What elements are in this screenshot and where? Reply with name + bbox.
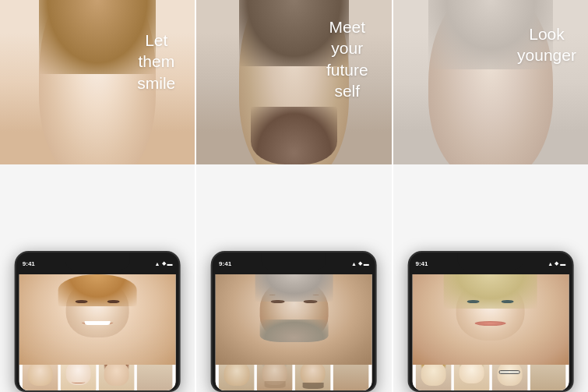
thumb-item-haircolor[interactable]: Hair color	[99, 365, 135, 390]
thumb-item-beards[interactable]: Beards	[295, 365, 331, 390]
panel-1-time: 9:41	[23, 260, 35, 267]
thumb-item-glasses-3[interactable]: Glasses	[491, 365, 527, 390]
panel-2-background: Meet your future self	[196, 0, 391, 164]
panel-3-top-face: Look younger	[393, 0, 588, 164]
panel-1-phone-mockup: 9:41 ▲ ◆ ▬	[15, 251, 181, 392]
thumb-face-age3	[453, 365, 489, 390]
thumb-face-glasses3	[491, 365, 527, 390]
panel-3-background: Look younger	[393, 0, 588, 164]
panel-3-screen-face	[412, 274, 569, 365]
separator-1	[195, 0, 196, 392]
panel-3-status-bar: 9:41 ▲ ◆ ▬	[415, 257, 565, 270]
battery-icon-3: ▬	[560, 261, 565, 267]
thumb-face-beards	[295, 365, 331, 390]
panel-2-thumb-strip: Impression Age	[216, 365, 372, 390]
panel-3-phone: 9:41 ▲ ◆ ▬	[407, 251, 573, 392]
panel-2-top-face: Meet your future self	[196, 0, 391, 164]
thumb-item-hair-colors[interactable]: Hair colors	[415, 365, 451, 390]
thumb-item-impr[interactable]: Impr...	[530, 365, 565, 390]
wifi-icon-3: ◆	[555, 260, 558, 267]
panel-2-phone-section: 9:41 ▲ ◆ ▬	[196, 164, 391, 392]
panel-3-phone-section: 9:41 ▲ ◆ ▬	[393, 164, 588, 392]
panel-1-status-bar: 9:41 ▲ ◆ ▬	[23, 257, 173, 270]
panel-1-top-face: Let them smile	[0, 0, 195, 164]
thumb-face-hc	[415, 365, 451, 390]
panel-3-tagline: Look younger	[517, 23, 576, 66]
panel-1-tagline: Let them smile	[137, 30, 175, 94]
thumb-item-gla[interactable]: Gla...	[333, 365, 369, 390]
panel-3-thumb-strip: Hair colors Age	[412, 365, 569, 390]
panel-1-phone: 9:41 ▲ ◆ ▬	[15, 251, 181, 392]
thumb-face-4	[137, 365, 173, 390]
battery-icon-2: ▬	[364, 261, 369, 267]
separator-2	[392, 0, 393, 392]
battery-icon: ▬	[167, 261, 173, 267]
panel-3-time: 9:41	[415, 260, 428, 267]
panel-2-screen-face	[216, 274, 372, 365]
thumb-face-gla	[333, 365, 369, 390]
thumb-item-smiles[interactable]: Smiles	[61, 365, 97, 390]
thumb-item-impression[interactable]: Impression	[219, 365, 255, 390]
signal-icon: ▲	[155, 261, 160, 267]
thumb-item-glasses[interactable]: Glasses	[23, 365, 58, 390]
app-container: Let them smile 9:41 ▲ ◆ ▬	[0, 0, 588, 392]
thumb-face-age	[257, 365, 293, 390]
wifi-icon-2: ◆	[358, 260, 362, 267]
signal-icon-3: ▲	[548, 261, 553, 267]
panel-3-phone-mockup: 9:41 ▲ ◆ ▬	[407, 251, 573, 392]
panel-1-phone-section: 9:41 ▲ ◆ ▬	[0, 164, 195, 392]
thumb-face-imp	[219, 365, 255, 390]
panel-1-background: Let them smile	[0, 0, 195, 164]
panel-2-tagline: Meet your future self	[326, 16, 368, 101]
panel-1-screen-face	[19, 274, 176, 365]
panel-2-time: 9:41	[219, 260, 231, 267]
thumb-face-impr	[530, 365, 565, 390]
thumb-item-more1[interactable]: A...	[137, 365, 173, 390]
panel-2-phone: 9:41 ▲ ◆ ▬	[211, 251, 377, 392]
panel-2-status-icons: ▲ ◆ ▬	[351, 260, 369, 267]
panel-2-phone-mockup: 9:41 ▲ ◆ ▬	[211, 251, 377, 392]
panel-2-status-bar: 9:41 ▲ ◆ ▬	[219, 257, 369, 270]
thumb-item-age[interactable]: Age	[257, 365, 293, 390]
thumb-item-age-3[interactable]: Age	[453, 365, 489, 390]
panel-2-screen: Impression Age	[216, 274, 372, 390]
panel-1-status-icons: ▲ ◆ ▬	[155, 260, 173, 267]
panel-younger: Look younger 9:41 ▲ ◆ ▬	[393, 0, 588, 392]
panel-future: Meet your future self 9:41 ▲ ◆ ▬	[196, 0, 391, 392]
signal-icon-2: ▲	[351, 261, 357, 267]
panel-3-screen: Hair colors Age	[412, 274, 569, 390]
panel-3-status-icons: ▲ ◆ ▬	[548, 260, 565, 267]
panel-1-screen: Glasses Smiles	[19, 274, 176, 390]
wifi-icon: ◆	[162, 260, 166, 267]
thumb-face-3	[99, 365, 135, 390]
panel-1-thumb-strip: Glasses Smiles	[19, 365, 176, 390]
thumb-face-1	[23, 365, 58, 390]
panel-smile: Let them smile 9:41 ▲ ◆ ▬	[0, 0, 195, 392]
thumb-face-2	[61, 365, 97, 390]
